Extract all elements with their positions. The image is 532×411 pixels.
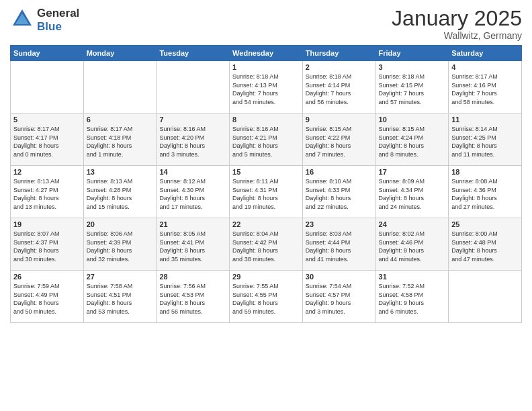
day-cell: 16Sunrise: 8:10 AM Sunset: 4:33 PM Dayli… bbox=[302, 166, 375, 218]
day-cell bbox=[157, 61, 230, 113]
day-cell: 2Sunrise: 8:18 AM Sunset: 4:14 PM Daylig… bbox=[302, 61, 375, 113]
day-info: Sunrise: 8:12 AM Sunset: 4:30 PM Dayligh… bbox=[159, 177, 226, 211]
day-number: 5 bbox=[13, 116, 81, 124]
day-info: Sunrise: 8:17 AM Sunset: 4:18 PM Dayligh… bbox=[87, 125, 154, 158]
day-cell: 23Sunrise: 8:03 AM Sunset: 4:44 PM Dayli… bbox=[302, 218, 375, 271]
day-number: 28 bbox=[159, 273, 226, 281]
weekday-header-row: SundayMondayTuesdayWednesdayThursdayFrid… bbox=[11, 46, 522, 61]
location: Wallwitz, Germany bbox=[392, 30, 522, 41]
day-info: Sunrise: 8:18 AM Sunset: 4:14 PM Dayligh… bbox=[306, 73, 373, 106]
day-info: Sunrise: 8:05 AM Sunset: 4:41 PM Dayligh… bbox=[159, 230, 226, 263]
day-info: Sunrise: 7:59 AM Sunset: 4:49 PM Dayligh… bbox=[13, 282, 81, 316]
day-cell: 31Sunrise: 7:52 AM Sunset: 4:58 PM Dayli… bbox=[375, 271, 449, 323]
day-number: 4 bbox=[451, 63, 519, 71]
week-row-5: 26Sunrise: 7:59 AM Sunset: 4:49 PM Dayli… bbox=[11, 271, 522, 323]
day-info: Sunrise: 8:03 AM Sunset: 4:44 PM Dayligh… bbox=[306, 230, 373, 263]
week-row-3: 12Sunrise: 8:13 AM Sunset: 4:27 PM Dayli… bbox=[11, 166, 522, 218]
day-cell: 17Sunrise: 8:09 AM Sunset: 4:34 PM Dayli… bbox=[375, 166, 449, 218]
day-number: 1 bbox=[232, 63, 300, 71]
day-cell bbox=[449, 271, 522, 323]
day-cell bbox=[83, 61, 157, 113]
day-info: Sunrise: 8:18 AM Sunset: 4:15 PM Dayligh… bbox=[379, 73, 446, 106]
day-cell: 3Sunrise: 8:18 AM Sunset: 4:15 PM Daylig… bbox=[375, 61, 449, 113]
day-cell: 9Sunrise: 8:15 AM Sunset: 4:22 PM Daylig… bbox=[302, 113, 375, 166]
day-number: 8 bbox=[232, 116, 300, 124]
day-info: Sunrise: 8:00 AM Sunset: 4:48 PM Dayligh… bbox=[451, 230, 519, 263]
day-info: Sunrise: 8:16 AM Sunset: 4:21 PM Dayligh… bbox=[232, 125, 300, 158]
day-info: Sunrise: 8:04 AM Sunset: 4:42 PM Dayligh… bbox=[232, 230, 300, 263]
weekday-header-tuesday: Tuesday bbox=[157, 46, 230, 61]
day-cell: 1Sunrise: 8:18 AM Sunset: 4:13 PM Daylig… bbox=[230, 61, 303, 113]
day-number: 16 bbox=[306, 168, 373, 176]
day-cell: 22Sunrise: 8:04 AM Sunset: 4:42 PM Dayli… bbox=[230, 218, 303, 271]
day-info: Sunrise: 8:10 AM Sunset: 4:33 PM Dayligh… bbox=[306, 177, 373, 211]
day-cell: 6Sunrise: 8:17 AM Sunset: 4:18 PM Daylig… bbox=[83, 113, 157, 166]
day-cell: 21Sunrise: 8:05 AM Sunset: 4:41 PM Dayli… bbox=[157, 218, 230, 271]
weekday-header-wednesday: Wednesday bbox=[230, 46, 303, 61]
day-number: 18 bbox=[451, 168, 519, 176]
day-cell: 11Sunrise: 8:14 AM Sunset: 4:25 PM Dayli… bbox=[449, 113, 522, 166]
day-cell: 30Sunrise: 7:54 AM Sunset: 4:57 PM Dayli… bbox=[302, 271, 375, 323]
day-number: 15 bbox=[232, 168, 300, 176]
day-number: 20 bbox=[87, 220, 154, 228]
day-info: Sunrise: 8:02 AM Sunset: 4:46 PM Dayligh… bbox=[379, 230, 446, 263]
day-number: 19 bbox=[13, 220, 81, 228]
weekday-header-monday: Monday bbox=[83, 46, 157, 61]
day-cell: 20Sunrise: 8:06 AM Sunset: 4:39 PM Dayli… bbox=[83, 218, 157, 271]
calendar: SundayMondayTuesdayWednesdayThursdayFrid… bbox=[10, 45, 522, 323]
day-info: Sunrise: 8:13 AM Sunset: 4:28 PM Dayligh… bbox=[87, 177, 154, 211]
day-cell: 27Sunrise: 7:58 AM Sunset: 4:51 PM Dayli… bbox=[83, 271, 157, 323]
day-number: 27 bbox=[87, 273, 154, 281]
weekday-header-saturday: Saturday bbox=[449, 46, 522, 61]
day-number: 29 bbox=[232, 273, 300, 281]
weekday-header-thursday: Thursday bbox=[302, 46, 375, 61]
day-number: 7 bbox=[159, 116, 226, 124]
day-info: Sunrise: 8:07 AM Sunset: 4:37 PM Dayligh… bbox=[13, 230, 81, 263]
day-cell: 18Sunrise: 8:08 AM Sunset: 4:36 PM Dayli… bbox=[449, 166, 522, 218]
day-cell: 5Sunrise: 8:17 AM Sunset: 4:17 PM Daylig… bbox=[11, 113, 84, 166]
day-cell: 24Sunrise: 8:02 AM Sunset: 4:46 PM Dayli… bbox=[375, 218, 449, 271]
day-number: 17 bbox=[379, 168, 446, 176]
day-number: 22 bbox=[232, 220, 300, 228]
day-info: Sunrise: 8:06 AM Sunset: 4:39 PM Dayligh… bbox=[87, 230, 154, 263]
weekday-header-friday: Friday bbox=[375, 46, 449, 61]
week-row-1: 1Sunrise: 8:18 AM Sunset: 4:13 PM Daylig… bbox=[11, 61, 522, 113]
day-info: Sunrise: 8:08 AM Sunset: 4:36 PM Dayligh… bbox=[451, 177, 519, 211]
day-info: Sunrise: 8:17 AM Sunset: 4:17 PM Dayligh… bbox=[13, 125, 81, 158]
weekday-header-sunday: Sunday bbox=[11, 46, 84, 61]
day-number: 9 bbox=[306, 116, 373, 124]
day-number: 2 bbox=[306, 63, 373, 71]
day-cell: 15Sunrise: 8:11 AM Sunset: 4:31 PM Dayli… bbox=[230, 166, 303, 218]
day-info: Sunrise: 8:09 AM Sunset: 4:34 PM Dayligh… bbox=[379, 177, 446, 211]
day-info: Sunrise: 7:52 AM Sunset: 4:58 PM Dayligh… bbox=[379, 282, 446, 316]
day-cell: 4Sunrise: 8:17 AM Sunset: 4:16 PM Daylig… bbox=[449, 61, 522, 113]
day-number: 26 bbox=[13, 273, 81, 281]
day-info: Sunrise: 8:17 AM Sunset: 4:16 PM Dayligh… bbox=[451, 73, 519, 106]
page-header: General Blue January 2025 Wallwitz, Germ… bbox=[10, 7, 522, 41]
day-cell: 29Sunrise: 7:55 AM Sunset: 4:55 PM Dayli… bbox=[230, 271, 303, 323]
day-info: Sunrise: 7:58 AM Sunset: 4:51 PM Dayligh… bbox=[87, 282, 154, 316]
day-number: 25 bbox=[451, 220, 519, 228]
day-info: Sunrise: 7:56 AM Sunset: 4:53 PM Dayligh… bbox=[159, 282, 226, 316]
day-info: Sunrise: 7:54 AM Sunset: 4:57 PM Dayligh… bbox=[306, 282, 373, 316]
day-info: Sunrise: 8:13 AM Sunset: 4:27 PM Dayligh… bbox=[13, 177, 81, 211]
logo-general: General bbox=[37, 7, 79, 20]
day-number: 3 bbox=[379, 63, 446, 71]
day-number: 31 bbox=[379, 273, 446, 281]
day-cell: 19Sunrise: 8:07 AM Sunset: 4:37 PM Dayli… bbox=[11, 218, 84, 271]
day-cell: 26Sunrise: 7:59 AM Sunset: 4:49 PM Dayli… bbox=[11, 271, 84, 323]
day-cell: 25Sunrise: 8:00 AM Sunset: 4:48 PM Dayli… bbox=[449, 218, 522, 271]
logo-text: General Blue bbox=[37, 7, 79, 33]
logo-icon bbox=[10, 7, 34, 34]
day-number: 14 bbox=[159, 168, 226, 176]
day-cell: 7Sunrise: 8:16 AM Sunset: 4:20 PM Daylig… bbox=[157, 113, 230, 166]
day-cell: 10Sunrise: 8:15 AM Sunset: 4:24 PM Dayli… bbox=[375, 113, 449, 166]
day-cell: 14Sunrise: 8:12 AM Sunset: 4:30 PM Dayli… bbox=[157, 166, 230, 218]
day-info: Sunrise: 8:18 AM Sunset: 4:13 PM Dayligh… bbox=[232, 73, 300, 106]
day-info: Sunrise: 8:15 AM Sunset: 4:22 PM Dayligh… bbox=[306, 125, 373, 158]
day-cell: 8Sunrise: 8:16 AM Sunset: 4:21 PM Daylig… bbox=[230, 113, 303, 166]
day-number: 6 bbox=[87, 116, 154, 124]
day-number: 10 bbox=[379, 116, 446, 124]
day-info: Sunrise: 8:16 AM Sunset: 4:20 PM Dayligh… bbox=[159, 125, 226, 158]
day-info: Sunrise: 8:15 AM Sunset: 4:24 PM Dayligh… bbox=[379, 125, 446, 158]
